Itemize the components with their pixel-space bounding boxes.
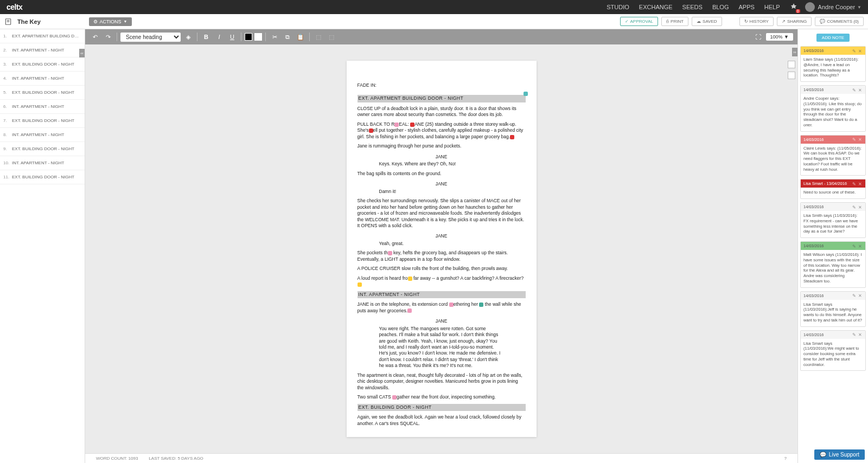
delete-note-icon[interactable]: ✕ [858, 137, 863, 142]
nav-seeds[interactable]: SEEDS [682, 4, 703, 10]
delete-note-icon[interactable]: ✕ [858, 244, 863, 248]
underline-button[interactable]: U [227, 31, 238, 42]
copy-button[interactable]: ⧉ [282, 31, 293, 42]
chat-icon: 💬 [820, 452, 826, 458]
doc-title: The Key [17, 18, 41, 25]
edit-note-icon[interactable]: ✎ [852, 88, 857, 92]
zoom-select[interactable]: 100% ▼ [766, 33, 793, 41]
scene-item[interactable]: 8.INT. APARTMENT - NIGHT [0, 128, 85, 142]
character: JANE [358, 318, 526, 324]
notifications-icon[interactable]: 0 [790, 3, 797, 11]
delete-note-icon[interactable]: ✕ [858, 332, 863, 337]
topbar: celtx STUDIO EXCHANGE SEEDS BLOG APPS HE… [0, 0, 868, 14]
notes-panel: ADD NOTE 14/03/2016✎✕Liam Shaw says (11/… [797, 29, 868, 463]
bg-color[interactable] [254, 33, 262, 41]
sharing-button[interactable]: ↗SHARING [777, 17, 812, 26]
nav-apps[interactable]: APPS [738, 4, 754, 10]
nav-exchange[interactable]: EXCHANGE [639, 4, 673, 10]
nav-blog[interactable]: BLOG [712, 4, 729, 10]
expand-notes[interactable]: ›› [792, 48, 797, 56]
scene-item[interactable]: 10.INT. APARTMENT - NIGHT [0, 156, 85, 170]
note[interactable]: 14/03/2016✎✕Andre Cooper says: (11/05/20… [800, 85, 866, 132]
fullscreen-button[interactable]: ⛶ [753, 31, 764, 42]
note[interactable]: 14/03/2016✎✕Liam Shaw says (11/03/2016):… [800, 46, 866, 82]
action: Jane is rummaging through her purse and … [358, 143, 526, 149]
edit-note-icon[interactable]: ✎ [852, 205, 857, 209]
comments-button[interactable]: 💬COMMENTS (0) [815, 17, 864, 26]
style-select[interactable]: Scene heading [120, 33, 181, 42]
tool-a-button[interactable]: ⬚ [313, 31, 324, 42]
italic-button[interactable]: I [214, 31, 225, 42]
note[interactable]: 14/03/2016✎✕Matt Wilson says (11/03/2016… [800, 241, 866, 288]
apply-style-button[interactable]: ◈ [183, 31, 194, 42]
edit-note-icon[interactable]: ✎ [852, 182, 857, 186]
scene-item[interactable]: 2.INT. APARTMENT - NIGHT [0, 43, 85, 57]
actions-button[interactable]: ⚙ ACTIONS ▼ [89, 17, 132, 26]
comment-icon: 💬 [820, 19, 825, 24]
print-button[interactable]: ⎙PRINT [661, 17, 688, 26]
note-date: 14/03/2016 [803, 293, 851, 298]
character: JANE [358, 233, 526, 239]
edit-note-icon[interactable]: ✎ [852, 332, 857, 337]
scene-num: 7. [3, 118, 12, 123]
scene-item[interactable]: 1.EXT. APARTMENT BUILDING DOO… [0, 29, 85, 43]
note-date: 14/03/2016 [803, 137, 851, 142]
bold-button[interactable]: B [201, 31, 212, 42]
scene-num: 9. [3, 146, 12, 151]
approval-button[interactable]: ✓APPROVAL [620, 17, 659, 26]
user-caret-icon[interactable]: ▼ [857, 5, 861, 10]
logo[interactable]: celtx [7, 3, 22, 11]
edit-note-icon[interactable]: ✎ [852, 244, 857, 248]
nav-studio[interactable]: STUDIO [607, 4, 629, 10]
username[interactable]: Andre Cooper [818, 4, 856, 10]
scene-num: 11. [3, 175, 12, 179]
notes-scroll[interactable]: 14/03/2016✎✕Liam Shaw says (11/03/2016):… [798, 46, 868, 463]
scene-item[interactable]: 9.EXT. BUILDING DOOR - NIGHT [0, 142, 85, 156]
delete-note-icon[interactable]: ✕ [858, 49, 863, 53]
scene-item[interactable]: 3.EXT. BUILDING DOOR - NIGHT [0, 57, 85, 72]
live-support-button[interactable]: 💬 Live Support [814, 449, 865, 460]
edit-note-icon[interactable]: ✎ [852, 49, 857, 53]
history-button[interactable]: ↻HISTORY [739, 17, 774, 26]
script-page[interactable]: FADE IN: EXT. APARTMENT BUILDING DOOR - … [347, 61, 537, 437]
avatar[interactable] [805, 2, 815, 12]
note[interactable]: 14/03/2016✎✕Lisa Smith says (11/03/2016)… [800, 202, 866, 238]
delete-note-icon[interactable]: ✕ [858, 88, 863, 92]
caret-icon: ▼ [124, 20, 127, 23]
scene-item[interactable]: 5.EXT. BUILDING DOOR - NIGHT [0, 86, 85, 100]
titlebar-right-buttons: ✓APPROVAL ⎙PRINT ☁SAVED ↻HISTORY ↗SHARIN… [620, 17, 864, 26]
note[interactable]: Lisa Smart - 13/04/2016✎✕Need to source … [800, 179, 866, 199]
note[interactable]: 14/03/2016✎✕Lisa Smart says (11/03/2016)… [800, 330, 866, 371]
note[interactable]: 14/03/2016✎✕Claire Lewis says: (11/05/20… [800, 135, 866, 176]
scene-label: INT. APARTMENT - NIGHT [12, 132, 81, 137]
scene-num: 6. [3, 104, 12, 109]
add-note-button[interactable]: ADD NOTE [816, 34, 850, 42]
scene-label: INT. APARTMENT - NIGHT [12, 48, 81, 53]
scene-item[interactable]: 4.INT. APARTMENT - NIGHT [0, 72, 85, 86]
side-tool-2[interactable] [788, 72, 795, 79]
delete-note-icon[interactable]: ✕ [858, 182, 863, 186]
delete-note-icon[interactable]: ✕ [858, 293, 863, 298]
scene-item[interactable]: 11.EXT. BUILDING DOOR - NIGHT [0, 170, 85, 184]
cloud-icon: ☁ [697, 19, 701, 24]
edit-note-icon[interactable]: ✎ [852, 137, 857, 142]
paste-button[interactable]: 📋 [295, 31, 306, 42]
scene-item[interactable]: 6.INT. APARTMENT - NIGHT [0, 100, 85, 114]
note-header: Lisa Smart - 13/04/2016✎✕ [801, 179, 865, 188]
nav-help[interactable]: HELP [764, 4, 780, 10]
scene-num: 2. [3, 48, 12, 53]
action: A POLICE CRUISER slow rolls the front of… [358, 266, 526, 272]
redo-button[interactable]: ↷ [103, 31, 113, 42]
text-color[interactable] [245, 33, 252, 41]
undo-button[interactable]: ↶ [90, 31, 100, 42]
scene-item[interactable]: 7.EXT. BUILDING DOOR - NIGHT [0, 114, 85, 128]
saved-button[interactable]: ☁SAVED [692, 17, 722, 26]
delete-note-icon[interactable]: ✕ [858, 205, 863, 209]
note-body: Andre Cooper says: (11/05/2016): Like th… [801, 94, 865, 131]
side-tool-1[interactable] [788, 61, 795, 68]
collapse-scene-list[interactable]: ‹‹ [79, 49, 85, 57]
cut-button[interactable]: ✂ [269, 31, 280, 42]
note[interactable]: 14/03/2016✎✕Lisa Smart says (11/03/2016)… [800, 291, 866, 327]
edit-note-icon[interactable]: ✎ [852, 293, 857, 298]
tool-b-button[interactable]: ⬚ [326, 31, 337, 42]
